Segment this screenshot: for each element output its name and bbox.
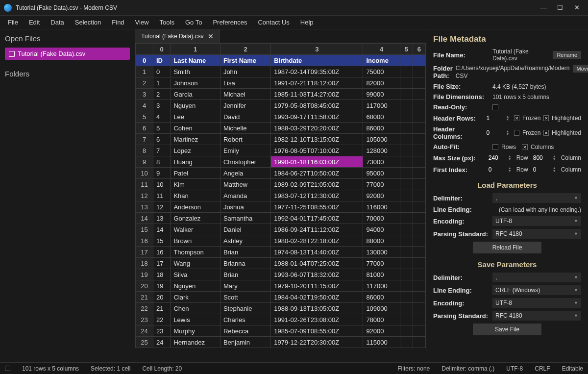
row-header[interactable]: 23 — [136, 314, 153, 325]
data-cell[interactable]: Robert — [220, 134, 270, 145]
maximize-button[interactable]: ☐ — [557, 4, 564, 11]
data-cell[interactable]: Huang — [171, 156, 220, 168]
spinner-icon[interactable]: ▲▼ — [553, 167, 556, 173]
data-cell[interactable] — [400, 134, 413, 145]
data-cell[interactable]: 1979-12-22T20:30:00Z — [271, 337, 363, 348]
menu-file[interactable]: File — [3, 17, 23, 28]
data-cell[interactable]: Rebecca — [220, 325, 270, 337]
data-cell[interactable]: 11 — [153, 190, 171, 201]
data-cell[interactable]: 81000 — [363, 269, 400, 280]
row-header[interactable]: 25 — [136, 337, 153, 348]
data-cell[interactable] — [400, 280, 413, 292]
data-cell[interactable] — [400, 224, 413, 235]
data-cell[interactable]: 99000 — [363, 89, 400, 100]
data-cell[interactable]: 13 — [153, 213, 171, 224]
data-cell[interactable]: 18 — [153, 269, 171, 280]
data-cell[interactable] — [400, 66, 413, 77]
readonly-checkbox[interactable] — [492, 104, 498, 110]
spinner-icon[interactable]: ▲▼ — [553, 155, 556, 161]
data-cell[interactable]: 21 — [153, 303, 171, 314]
data-cell[interactable]: Lee — [171, 111, 220, 123]
data-cell[interactable] — [413, 179, 425, 190]
data-cell[interactable]: 8 — [153, 156, 171, 168]
data-cell[interactable]: 5 — [153, 123, 171, 134]
data-cell[interactable]: Lewis — [171, 314, 220, 325]
data-cell[interactable]: Matthew — [220, 179, 270, 190]
data-cell[interactable]: Daniel — [220, 224, 270, 235]
data-cell[interactable] — [413, 145, 425, 156]
data-cell[interactable] — [413, 190, 425, 201]
column-header[interactable]: 1 — [171, 44, 220, 55]
autofit-cols-checkbox[interactable] — [522, 144, 528, 150]
data-cell[interactable]: 17 — [153, 258, 171, 269]
data-cell[interactable]: 20 — [153, 292, 171, 303]
data-cell[interactable]: Walker — [171, 224, 220, 235]
data-cell[interactable]: 115000 — [363, 337, 400, 348]
data-cell[interactable]: Michael — [220, 89, 270, 100]
data-cell[interactable]: 77000 — [363, 179, 400, 190]
data-cell[interactable] — [400, 337, 413, 348]
data-cell[interactable]: 78000 — [363, 314, 400, 325]
row-header[interactable]: 18 — [136, 258, 153, 269]
row-header[interactable]: 14 — [136, 213, 153, 224]
data-cell[interactable]: 1983-07-12T12:30:00Z — [271, 190, 363, 201]
data-cell[interactable] — [413, 337, 425, 348]
data-cell[interactable]: 92000 — [363, 190, 400, 201]
data-cell[interactable]: 88000 — [363, 235, 400, 247]
data-cell[interactable] — [413, 134, 425, 145]
data-cell[interactable]: 23 — [153, 325, 171, 337]
header-cols-input[interactable] — [485, 128, 503, 137]
data-cell[interactable]: 68000 — [363, 111, 400, 123]
row-header[interactable]: 16 — [136, 235, 153, 247]
data-cell[interactable]: 1 — [153, 77, 171, 89]
save-parsing-select[interactable]: RFC 4180▼ — [492, 311, 581, 321]
row-header[interactable]: 6 — [136, 123, 153, 134]
file-tab[interactable]: Tutorial (Fake Data).csv ✕ — [135, 29, 220, 43]
data-cell[interactable] — [400, 145, 413, 156]
data-cell[interactable] — [400, 235, 413, 247]
data-cell[interactable]: 1993-06-07T18:32:00Z — [271, 269, 363, 280]
header-cols-frozen-checkbox[interactable] — [514, 130, 519, 136]
data-cell[interactable]: 14 — [153, 224, 171, 235]
spinner-icon[interactable]: ▲▼ — [506, 115, 510, 121]
data-cell[interactable] — [413, 201, 425, 213]
column-header[interactable] — [136, 44, 153, 55]
menu-preferences[interactable]: Preferences — [208, 17, 252, 28]
row-header[interactable]: 20 — [136, 280, 153, 292]
save-file-button[interactable]: Save File — [473, 324, 541, 335]
data-cell[interactable] — [413, 292, 425, 303]
data-cell[interactable]: Brian — [220, 269, 270, 280]
data-cell[interactable] — [413, 235, 425, 247]
data-cell[interactable]: 95000 — [363, 168, 400, 179]
data-cell[interactable]: Scott — [220, 292, 270, 303]
header-cell[interactable]: Income — [363, 55, 400, 66]
data-cell[interactable] — [413, 213, 425, 224]
data-cell[interactable]: Lopez — [171, 145, 220, 156]
max-size-col-input[interactable] — [531, 153, 550, 162]
load-encoding-select[interactable]: UTF-8▼ — [492, 216, 581, 226]
menu-contact-us[interactable]: Contact Us — [253, 17, 294, 28]
data-cell[interactable]: 1988-09-13T13:05:00Z — [271, 303, 363, 314]
data-cell[interactable] — [400, 247, 413, 258]
data-cell[interactable] — [413, 89, 425, 100]
data-cell[interactable]: 12 — [153, 201, 171, 213]
data-cell[interactable]: 0 — [153, 66, 171, 77]
data-cell[interactable] — [400, 213, 413, 224]
data-cell[interactable]: Patel — [171, 168, 220, 179]
data-cell[interactable] — [400, 258, 413, 269]
data-cell[interactable]: Lisa — [220, 77, 270, 89]
data-cell[interactable]: 1990-01-18T16:03:00Z — [271, 156, 363, 168]
save-line-ending-select[interactable]: CRLF (Windows)▼ — [492, 285, 581, 295]
header-cols-highlighted-checkbox[interactable] — [543, 130, 549, 136]
data-cell[interactable]: Gonzalez — [171, 213, 220, 224]
data-cell[interactable]: Silva — [171, 269, 220, 280]
menu-help[interactable]: Help — [295, 17, 318, 28]
header-rows-highlighted-checkbox[interactable] — [543, 115, 549, 121]
data-cell[interactable] — [400, 190, 413, 201]
minimize-button[interactable]: — — [540, 4, 547, 11]
data-cell[interactable]: 10 — [153, 179, 171, 190]
data-cell[interactable]: 105000 — [363, 134, 400, 145]
data-cell[interactable]: 1989-02-09T21:05:00Z — [271, 179, 363, 190]
data-cell[interactable]: 1992-04-01T17:45:00Z — [271, 213, 363, 224]
data-cell[interactable] — [400, 111, 413, 123]
